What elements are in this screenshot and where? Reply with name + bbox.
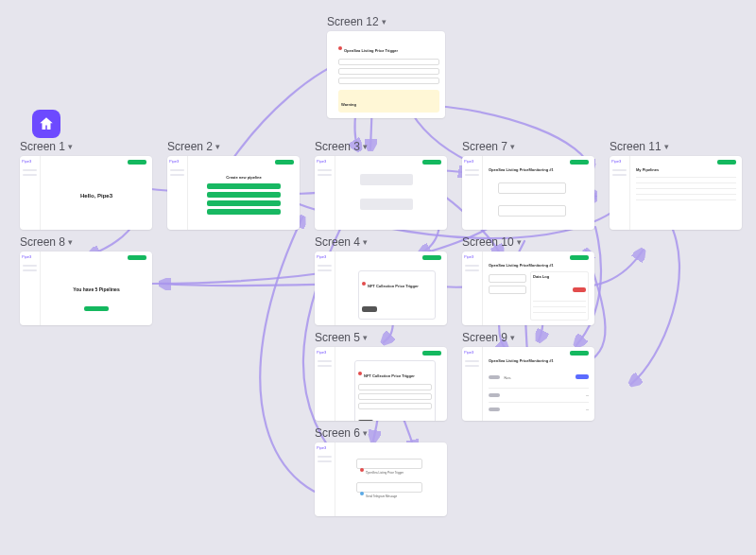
- chevron-down-icon: ▾: [215, 142, 220, 151]
- row-chip: [489, 393, 500, 397]
- chevron-down-icon: ▾: [382, 17, 387, 26]
- panel-desc: [362, 293, 432, 297]
- node-placeholder: [360, 174, 413, 185]
- option-pill: [207, 183, 281, 189]
- mini-sidebar: Pipe3: [610, 156, 630, 230]
- brand: Pipe3: [315, 156, 335, 166]
- form-title: Create new pipeline: [207, 175, 281, 180]
- input-field: [358, 403, 432, 409]
- option-pill: [207, 192, 281, 198]
- screen-card-5[interactable]: Pipe3 NFT Collection Price Trigger: [315, 347, 447, 421]
- node-placeholder: [360, 199, 413, 210]
- brand: Pipe3: [462, 347, 482, 357]
- cta-button: [84, 306, 109, 311]
- label-text: Screen 7: [462, 140, 507, 153]
- screen-card-9[interactable]: Pipe3 OpenSea Listing PriceMonitoring #1…: [462, 347, 594, 421]
- screen-label-5[interactable]: Screen 5 ▾: [315, 331, 368, 344]
- mini-sidebar: Pipe3: [315, 442, 335, 516]
- hello-title: Hello, Pipe3: [80, 193, 112, 199]
- row-chip: [489, 408, 500, 411]
- node-card: [489, 274, 526, 283]
- label-text: Screen 12: [327, 15, 379, 28]
- tab: [489, 375, 500, 379]
- node-card: [498, 182, 566, 194]
- mini-sidebar: Pipe3: [315, 347, 335, 421]
- status-badge: [573, 287, 586, 292]
- screen-label-11[interactable]: Screen 11 ▾: [610, 140, 669, 153]
- node-card: [489, 286, 526, 294]
- home-badge[interactable]: [32, 110, 60, 138]
- screen-card-3[interactable]: Pipe3: [315, 156, 447, 230]
- trigger-node: OpenSea Listing Price Trigger: [356, 459, 422, 469]
- screen-label-2[interactable]: Screen 2 ▾: [167, 140, 220, 153]
- chevron-down-icon: ▾: [363, 142, 368, 151]
- chevron-down-icon: ▾: [517, 237, 522, 247]
- label-text: Screen 10: [462, 235, 514, 249]
- screen-label-12[interactable]: Screen 12 ▾: [327, 15, 387, 28]
- screen-card-10[interactable]: Pipe3 OpenSea Listing PriceMonitoring #1…: [462, 251, 594, 325]
- screen-card-12[interactable]: OpenSea Listing Price Trigger Warning: [327, 31, 445, 118]
- label-text: Screen 2: [167, 140, 213, 153]
- primary-button: [570, 160, 589, 165]
- screen-card-6[interactable]: Pipe3 OpenSea Listing Price Trigger Send…: [315, 442, 447, 516]
- primary-button: [128, 160, 146, 165]
- warning-panel: Warning: [338, 90, 439, 113]
- chevron-down-icon: ▾: [510, 333, 515, 342]
- brand: Pipe3: [315, 347, 335, 357]
- screen-card-7[interactable]: Pipe3 OpenSea Listing PriceMonitoring #1: [462, 156, 594, 230]
- brand: Pipe3: [20, 251, 40, 262]
- chevron-down-icon: ▾: [363, 237, 368, 247]
- label-text: Screen 8: [20, 235, 65, 249]
- screen-label-9[interactable]: Screen 9 ▾: [462, 331, 515, 344]
- screen-card-1[interactable]: Pipe3 Hello, Pipe3: [20, 156, 152, 230]
- mini-sidebar: Pipe3: [462, 156, 483, 230]
- screen-card-8[interactable]: Pipe3 You have 5 Pipelines: [20, 251, 152, 325]
- mini-sidebar: Pipe3: [462, 251, 483, 325]
- mini-sidebar: Pipe3: [462, 347, 483, 421]
- screen-label-1[interactable]: Screen 1 ▾: [20, 140, 73, 153]
- action-button: [362, 306, 377, 312]
- chevron-down-icon: ▾: [363, 333, 368, 342]
- label-text: Screen 5: [315, 331, 360, 344]
- chevron-down-icon: ▾: [363, 428, 368, 438]
- screen-card-11[interactable]: Pipe3 My Pipelines: [610, 156, 742, 230]
- headline: You have 5 Pipelines: [73, 286, 119, 292]
- chevron-down-icon: ▾: [68, 237, 73, 247]
- label-text: Screen 4: [315, 235, 360, 249]
- primary-button: [422, 351, 441, 356]
- brand: Pipe3: [315, 442, 335, 453]
- brand: Pipe3: [462, 251, 482, 262]
- label-text: Screen 11: [610, 140, 662, 153]
- warning-text: Warning: [341, 102, 356, 107]
- option-pill: [207, 200, 281, 206]
- brand: Pipe3: [462, 156, 482, 166]
- screen-label-7[interactable]: Screen 7 ▾: [462, 140, 515, 153]
- screen-label-6[interactable]: Screen 6 ▾: [315, 426, 368, 440]
- action-node: Send Telegram Message: [356, 482, 422, 493]
- label-text: Screen 6: [315, 426, 360, 440]
- screen-label-10[interactable]: Screen 10 ▾: [462, 235, 522, 249]
- action-text: Send Telegram Message: [366, 494, 397, 498]
- primary-button: [570, 351, 589, 356]
- screen-label-8[interactable]: Screen 8 ▾: [20, 235, 73, 249]
- screen-label-3[interactable]: Screen 3 ▾: [315, 140, 368, 153]
- chevron-down-icon: ▾: [510, 142, 515, 151]
- chevron-down-icon: ▾: [68, 142, 73, 151]
- option-pill: [207, 209, 281, 215]
- input-field: [338, 68, 439, 75]
- page-title: OpenSea Listing PriceMonitoring #1: [489, 358, 589, 363]
- node-card: [498, 205, 566, 217]
- primary-button: [717, 160, 736, 165]
- brand: Pipe3: [610, 156, 629, 166]
- screen-card-4[interactable]: Pipe3 NFT Collection Price Trigger: [315, 251, 447, 325]
- label-text: Screen 3: [315, 140, 360, 153]
- screen-card-2[interactable]: Pipe3 Create new pipeline: [167, 156, 300, 230]
- input-field: [358, 384, 432, 390]
- brand: Pipe3: [167, 156, 187, 166]
- mini-sidebar: Pipe3: [20, 156, 41, 230]
- screen-label-4[interactable]: Screen 4 ▾: [315, 235, 368, 249]
- input-field: [338, 78, 439, 84]
- brand: Pipe3: [20, 156, 40, 166]
- page-title: OpenSea Listing PriceMonitoring #1: [489, 263, 589, 268]
- label-text: Screen 1: [20, 140, 65, 153]
